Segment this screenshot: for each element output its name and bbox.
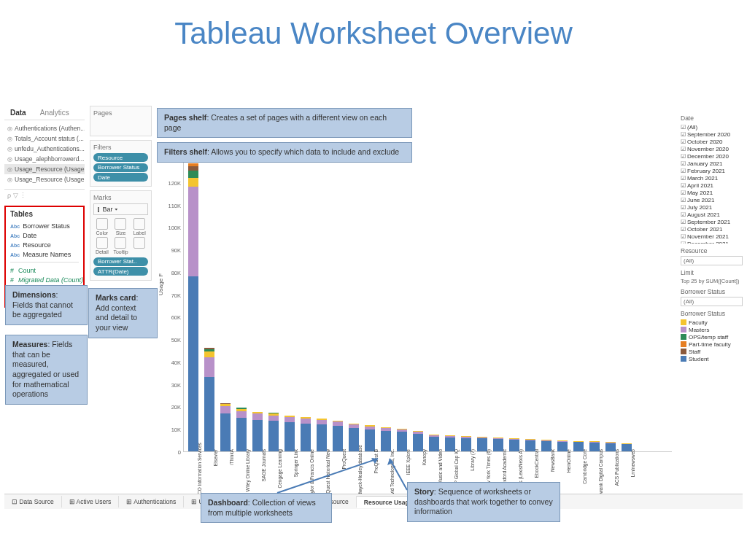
y-tick: 120K	[163, 180, 181, 187]
measure-migrated[interactable]: Migrated Data (Count)	[10, 275, 79, 284]
date-checkbox[interactable]: September 2021	[681, 218, 743, 225]
data-panel: Data Analytics Authentications (Authen..…	[4, 106, 85, 308]
dimension-field[interactable]: Date	[10, 230, 79, 240]
date-filter-header: Date	[681, 114, 743, 122]
mark-cell[interactable]: Tooltip	[112, 237, 130, 254]
y-tick: 110K	[163, 203, 181, 209]
legend-item[interactable]: Faculty	[681, 319, 743, 326]
date-checkbox[interactable]: December 2021	[681, 240, 743, 244]
measure-count[interactable]: Count	[10, 265, 79, 275]
worksheet-tab[interactable]: ⊞ Active Users	[62, 496, 120, 508]
date-checkbox[interactable]: (All)	[681, 123, 743, 131]
worksheet-tabs: ⊡ Data Source ⊞ Active Users⊞ Authentica…	[4, 494, 743, 509]
datasource-item[interactable]: Usage_Resource (Usage...	[4, 174, 85, 184]
date-checkbox[interactable]: September 2020	[681, 131, 743, 138]
resource-header: Resource	[681, 247, 743, 254]
pages-shelf-label: Pages	[93, 109, 148, 117]
date-checkbox[interactable]: January 2021	[681, 160, 743, 167]
worksheet-tab[interactable]: ⊞ Authentications	[119, 496, 184, 508]
annot-filters: Filters shelf: Allows you to specify whi…	[157, 142, 412, 163]
right-panel: Date (All)September 2020October 2020Nove…	[681, 111, 743, 362]
borrower-status-header: Borrower Status	[681, 288, 743, 295]
y-tick: 90K	[163, 247, 181, 254]
dimension-field[interactable]: Resource	[10, 240, 79, 249]
mark-cell[interactable]: Detail	[93, 237, 111, 254]
legend-item[interactable]: Part-time faculty	[681, 341, 743, 348]
y-tick: 0	[163, 449, 181, 456]
datasource-item[interactable]: Usage_Resource (Usage...	[4, 164, 85, 174]
pages-shelf[interactable]: Pages	[90, 106, 152, 136]
annot-measures: Measures: Fields that can be measured, a…	[5, 335, 88, 405]
chart-area: 010K20K30K40K50K60K70K80K90K100K110K120K…	[161, 160, 673, 452]
marks-card[interactable]: Marks ⫿ Bar ▾ ColorSizeLabelDetailToolti…	[90, 190, 152, 281]
marks-header: Marks	[93, 194, 148, 201]
legend-item[interactable]: OPS/temp staff	[681, 333, 743, 341]
date-checkbox[interactable]: May 2021	[681, 189, 743, 196]
dimension-field[interactable]: Borrower Status	[10, 221, 79, 230]
y-tick: 20K	[163, 404, 181, 411]
annot-marks: Marks card: Add context and detail to yo…	[88, 288, 158, 338]
date-checkbox[interactable]: October 2021	[681, 225, 743, 233]
y-tick: 100K	[163, 225, 181, 231]
analytics-tab[interactable]: Analytics	[34, 106, 75, 120]
filters-shelf-label: Filters	[93, 144, 148, 151]
date-checkbox[interactable]: December 2020	[681, 152, 743, 160]
y-tick: 30K	[163, 382, 181, 389]
y-tick: 80K	[163, 270, 181, 276]
date-checkbox[interactable]: February 2021	[681, 167, 743, 174]
limit-header: Limit	[681, 269, 743, 276]
dimension-field[interactable]: Measure Names	[10, 249, 79, 259]
annot-dashboard: Dashboard: Collection of views from mult…	[201, 493, 332, 523]
y-tick: 50K	[163, 337, 181, 343]
filter-pill[interactable]: Borrower Status	[93, 163, 148, 172]
legend-item[interactable]: Staff	[681, 348, 743, 355]
mark-cell[interactable]: Label	[131, 218, 148, 236]
mark-cell[interactable]: Size	[112, 218, 130, 236]
date-checkbox[interactable]: August 2021	[681, 211, 743, 218]
page-title: Tableau Worksheet Overview	[0, 0, 747, 57]
datasource-item[interactable]: unfedu_Authentications...	[4, 144, 85, 154]
annot-story: Story: Sequence of worksheets or dashboa…	[407, 482, 560, 522]
datasource-list: Authentications (Authen...Totals_Account…	[4, 123, 85, 184]
datasource-item[interactable]: Authentications (Authen...	[4, 123, 85, 133]
date-checkbox[interactable]: November 2020	[681, 145, 743, 152]
y-tick: 60K	[163, 314, 181, 321]
annot-pages: Pages shelf: Creates a set of pages with…	[157, 108, 412, 138]
date-checkbox[interactable]: March 2021	[681, 174, 743, 182]
date-checkbox[interactable]: June 2021	[681, 196, 743, 203]
filters-shelf[interactable]: Filters ResourceBorrower StatusDate	[90, 140, 152, 187]
datasource-item[interactable]: Totals_Account status (...	[4, 133, 85, 144]
filter-pill[interactable]: Date	[93, 173, 148, 182]
limit-value: Top 25 by SUM([Count])	[681, 278, 743, 284]
date-checkbox[interactable]: April 2021	[681, 182, 743, 189]
mark-cell[interactable]	[131, 237, 148, 254]
data-tab[interactable]: Data	[4, 106, 32, 120]
mark-type-select[interactable]: ⫿ Bar ▾	[93, 203, 148, 215]
search-input[interactable]: ρ ▽ ⋮	[4, 189, 85, 201]
plot-area: 010K20K30K40K50K60K70K80K90K100K110K120K…	[183, 160, 672, 452]
datasource-item[interactable]: Usage_alephborrowerd...	[4, 154, 85, 164]
legend-header: Borrower Status	[681, 310, 743, 317]
legend-item[interactable]: Masters	[681, 326, 743, 333]
tab-datasource[interactable]: ⊡ Data Source	[4, 496, 62, 508]
legend-item[interactable]: Student	[681, 355, 743, 362]
filter-pill[interactable]: Resource	[93, 153, 148, 162]
annot-dimensions: Dimensions: Fields that cannot be aggreg…	[5, 285, 88, 325]
mark-cell[interactable]: Color	[93, 218, 111, 236]
resource-dropdown[interactable]: (All)	[681, 256, 743, 265]
date-checkbox[interactable]: July 2021	[681, 203, 743, 211]
date-checkbox[interactable]: October 2020	[681, 138, 743, 145]
date-checkbox[interactable]: November 2021	[681, 233, 743, 240]
tables-header: Tables	[10, 210, 79, 218]
y-tick: 40K	[163, 359, 181, 366]
mark-pill[interactable]: ATTR(Date)	[93, 267, 148, 276]
mark-pill[interactable]: Borrower Stat..	[93, 257, 148, 266]
y-tick: 10K	[163, 427, 181, 433]
shelves-column: Pages Filters ResourceBorrower StatusDat…	[90, 106, 152, 284]
borrower-status-dropdown[interactable]: (All)	[681, 297, 743, 306]
y-tick: 70K	[163, 292, 181, 299]
